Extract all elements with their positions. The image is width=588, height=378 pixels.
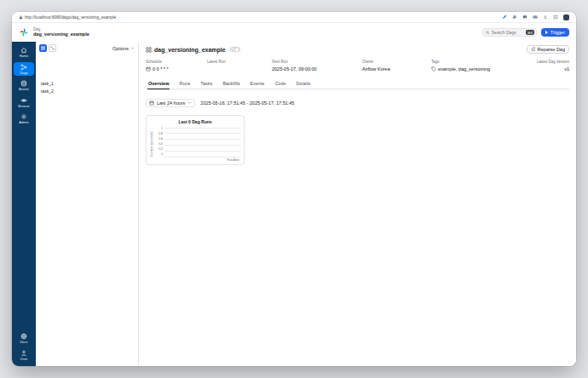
breadcrumb: Dag dag_versioning_example [33,27,89,38]
options-label: Options [112,46,129,51]
chevron-down-icon [130,46,135,50]
main-content: dag_versioning_example Reparse Dag Sched… [139,42,576,366]
chart-title: Last 0 Dag Runs [150,119,240,124]
options-dropdown[interactable]: Options [112,46,135,51]
grid-view-button[interactable] [39,44,47,52]
assets-icon [20,80,27,87]
meta-owner: Owner Airflow Korea [362,60,431,72]
gridline [164,128,240,129]
gridline [164,133,240,134]
extensions-icon[interactable] [511,14,518,20]
search-dags-box[interactable]: ⌘K [482,28,537,37]
next-run-value: 2025-05-17, 09:00:00 [272,66,362,72]
sidebar-item-user[interactable]: User [14,348,34,363]
tab-backfills[interactable]: Backfills [222,79,240,89]
task-row-task-2[interactable]: task_2 [39,89,135,94]
browser-action-icons [501,14,569,20]
chat-icon[interactable] [522,14,528,20]
dag-runs-chart-card: Last 0 Dag Runs Duration (seconds) 10.80… [146,115,245,166]
airflow-logo-icon[interactable] [19,27,29,37]
sidebar-item-home[interactable]: Home [14,45,34,60]
apps-grid-icon[interactable] [552,14,559,20]
meta-label: Schedule [146,60,207,64]
chart-plot-wrap: Run After [164,128,240,163]
tab-tasks[interactable]: Tasks [199,79,213,89]
grid-view-icon [41,46,45,50]
dag-icon [146,47,152,53]
sidebar-item-admin[interactable]: Admin [14,112,34,126]
chart-body: Duration (seconds) 10.80.60.40.20 Run Af… [150,128,240,163]
app-body: Home Dags Assets Browse Admin Docs [12,42,576,366]
owner-value: Airflow Korea [362,66,431,72]
chart-plot-area[interactable] [164,128,240,157]
reparse-dag-button[interactable]: Reparse Dag [527,45,569,54]
latest-run-value [207,66,272,72]
sidebar-item-label: User [20,358,27,361]
browser-window: http://localhost:8080/dags/dag_versionin… [12,12,576,366]
user-icon [20,350,27,357]
dag-side-panel: Options task_1 task_2 [36,42,139,366]
lock-icon [19,15,23,20]
mail-icon[interactable] [532,14,539,20]
sidebar-item-assets[interactable]: Assets [14,78,34,93]
dags-icon [20,64,27,71]
sidebar-item-label: Home [20,54,29,58]
sidebar-item-browse[interactable]: Browse [14,95,34,110]
chart-x-axis-label: Run After [164,158,240,162]
calendar-icon [149,100,154,106]
sidebar-item-label: Admin [19,121,28,124]
address-bar[interactable]: http://localhost:8080/dags/dag_versionin… [19,15,116,20]
tags-value[interactable]: example, dag_versioning [438,66,490,72]
date-range-text: 2025-05-16, 17:51:45 - 2025-05-17, 17:51… [200,100,294,106]
sidebar-item-label: Browse [18,105,29,108]
task-row-task-1[interactable]: task_1 [39,80,135,86]
home-icon [20,47,27,54]
dag-title: dag_versioning_example [154,47,226,53]
sidebar-item-label: Dags [20,72,27,75]
nav-rail: Home Dags Assets Browse Admin Docs [12,42,36,366]
graph-view-button[interactable] [49,44,56,52]
edit-icon[interactable] [501,14,508,20]
overview-tab-content: Last 24 hours 2025-05-16, 17:51:45 - 202… [146,89,569,166]
tab-events[interactable]: Events [250,79,266,89]
gridline [164,157,240,158]
profile-avatar[interactable] [562,14,569,20]
tab-runs[interactable]: Runs [178,79,191,89]
meta-schedule: Schedule 0 0 * * * [146,60,207,72]
y-tick-label: 1 [161,128,163,131]
date-filter-row: Last 24 hours 2025-05-16, 17:51:45 - 202… [146,99,569,107]
play-icon [545,31,548,34]
meta-label: Owner [362,60,431,64]
breadcrumb-page: dag_versioning_example [33,32,89,37]
chart-y-axis-label: Duration (seconds) [150,128,153,157]
gridline [164,145,240,146]
tab-details[interactable]: Details [296,79,312,89]
y-tick-label: 0.2 [159,148,163,152]
task-list: task_1 task_2 [39,80,135,94]
graph-view-icon [50,46,55,50]
tab-overview[interactable]: Overview [147,79,170,89]
browse-icon [20,97,27,104]
trigger-dag-button[interactable]: Trigger [541,28,569,37]
search-icon [486,31,490,35]
meta-next-run: Next Run 2025-05-17, 09:00:00 [272,60,362,72]
sidebar-item-dags[interactable]: Dags [14,62,34,77]
download-icon[interactable] [542,14,549,20]
time-range-select[interactable]: Last 24 hours [146,99,195,107]
browser-toolbar: http://localhost:8080/dags/dag_versionin… [12,12,576,23]
meta-label: Next Run [272,60,362,64]
sidebar-item-label: Docs [20,341,27,344]
schedule-value: 0 0 * * * [153,66,169,72]
dag-pause-toggle[interactable] [230,47,240,53]
gridline [164,151,240,152]
y-tick-label: 0 [161,153,163,157]
url-text: http://localhost:8080/dags/dag_versionin… [25,15,116,20]
dag-version-value: v1 [564,66,569,72]
chevron-down-icon [187,100,192,105]
docs-icon [20,333,27,340]
tab-code[interactable]: Code [274,79,286,89]
gear-icon [20,113,27,120]
sidebar-item-docs[interactable]: Docs [14,331,34,346]
search-input[interactable] [492,30,524,35]
tag-icon [431,66,436,72]
